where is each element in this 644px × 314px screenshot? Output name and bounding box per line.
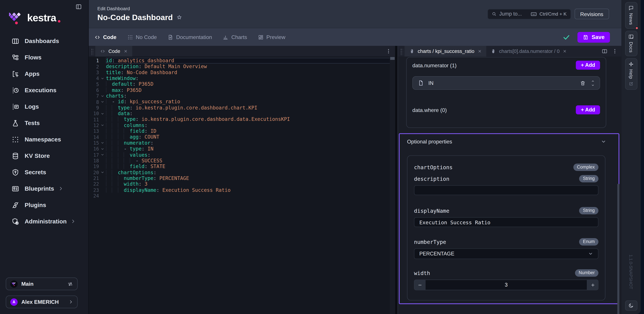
editor-scrollbar-thumb[interactable] bbox=[390, 57, 395, 60]
tab-label: Documentation bbox=[176, 34, 212, 40]
split-panel-icon[interactable] bbox=[602, 48, 608, 54]
increment-button[interactable] bbox=[587, 280, 598, 290]
version-label: 1.1.0-SNAPSHOT bbox=[628, 255, 634, 289]
code-line: 24 bbox=[89, 193, 395, 199]
description-input[interactable] bbox=[414, 185, 598, 195]
fold-chevron-icon[interactable] bbox=[99, 100, 106, 104]
sidebar-item-label: Flows bbox=[25, 54, 42, 61]
move-down-icon[interactable] bbox=[591, 83, 595, 87]
fold-chevron-icon[interactable] bbox=[99, 124, 106, 127]
close-icon[interactable] bbox=[478, 49, 482, 53]
sidebar-item-label: Plugins bbox=[25, 202, 46, 208]
panel-menu-kebab-icon[interactable] bbox=[612, 48, 618, 54]
editor-scrollbar-track[interactable] bbox=[390, 57, 395, 314]
editor-tab-code[interactable]: Code bbox=[96, 46, 132, 57]
width-stepper: 3 bbox=[414, 280, 598, 290]
search-input[interactable]: Jump to... Ctrl/Cmd + K bbox=[487, 9, 571, 19]
executions-icon bbox=[12, 86, 20, 94]
fold-chevron-icon[interactable] bbox=[99, 153, 106, 157]
panel-tab-0[interactable]: charts / kpi_success_ratio bbox=[405, 46, 486, 57]
tenant-label: Main bbox=[21, 281, 67, 287]
sidebar-item-kv-store[interactable]: KV Store bbox=[0, 148, 88, 164]
swap-icon bbox=[68, 281, 73, 287]
rail-button-news[interactable]: News bbox=[625, 2, 637, 28]
sidebar-item-flows[interactable]: Flows bbox=[0, 49, 88, 66]
tenant-avatar bbox=[10, 280, 18, 288]
editor-menu-kebab-icon[interactable] bbox=[386, 48, 392, 54]
sidebar-item-executions[interactable]: Executions bbox=[0, 82, 88, 98]
help-icon bbox=[628, 61, 634, 67]
tab-charts[interactable]: Charts bbox=[223, 34, 247, 40]
favorite-star-icon[interactable] bbox=[176, 14, 182, 20]
yaml-code-editor[interactable]: 1id: analytics_dashboard2description: De… bbox=[89, 57, 395, 314]
numerator-label: data.numerator (1) bbox=[412, 62, 457, 68]
external-link-icon bbox=[629, 82, 633, 86]
delete-trash-icon[interactable] bbox=[580, 80, 586, 86]
mouse-icon bbox=[410, 49, 414, 54]
sidebar-item-apps[interactable]: Apps bbox=[0, 66, 88, 82]
sidebar-item-namespaces[interactable]: Namespaces bbox=[0, 131, 88, 148]
optional-properties-card: chartOptionsComplexdescriptionStringdisp… bbox=[407, 155, 606, 301]
sidebar-item-plugins[interactable]: Plugins bbox=[0, 197, 88, 213]
sidebar-item-secrets[interactable]: Secrets bbox=[0, 164, 88, 180]
panel-divider[interactable] bbox=[395, 46, 398, 314]
sidebar-item-administration[interactable]: Administration bbox=[0, 213, 88, 229]
editor-drag-handle[interactable] bbox=[89, 46, 96, 57]
stepper-value[interactable]: 3 bbox=[425, 280, 587, 290]
sidebar-item-logs[interactable]: Logs bbox=[0, 98, 88, 115]
save-button[interactable]: Save bbox=[578, 32, 610, 42]
sidebar: kestra DashboardsFlowsAppsExecutionsLogs… bbox=[0, 0, 89, 314]
numerator-add-button[interactable]: + Add bbox=[576, 61, 600, 70]
sidebar-nav: DashboardsFlowsAppsExecutionsLogsTestsNa… bbox=[0, 33, 88, 314]
sidebar-item-blueprints[interactable]: Blueprints bbox=[0, 180, 88, 197]
field-name: chartOptions bbox=[414, 164, 453, 170]
theme-toggle-button[interactable] bbox=[625, 301, 637, 311]
type-badge: Complex bbox=[573, 164, 598, 171]
rail-label: Help bbox=[628, 69, 634, 79]
panel-tab-1[interactable]: charts[0].data.numerator / 0 bbox=[486, 46, 572, 57]
displayname-input[interactable]: Execution Success Ratio bbox=[414, 217, 598, 227]
code-line: 9type: io.kestra.plugin.core.dashboard.c… bbox=[89, 105, 395, 111]
decrement-button[interactable] bbox=[414, 280, 425, 290]
numbertype-select[interactable]: PERCENTAGE bbox=[414, 248, 598, 259]
tests-icon bbox=[12, 119, 20, 127]
optional-properties-header[interactable]: Optional properties bbox=[400, 134, 618, 145]
plugins-icon bbox=[12, 201, 20, 209]
documentation-icon bbox=[168, 34, 173, 40]
tab-label: Charts bbox=[231, 34, 247, 40]
revisions-button[interactable]: Revisions bbox=[574, 8, 609, 19]
tab-preview[interactable]: Preview bbox=[258, 34, 286, 40]
panel-scrollbar-thumb[interactable] bbox=[617, 184, 619, 314]
move-up-icon[interactable] bbox=[591, 79, 595, 83]
rail-button-help[interactable]: Help bbox=[625, 58, 637, 90]
tab-no-code[interactable]: No Code bbox=[127, 34, 157, 40]
tab-documentation[interactable]: Documentation bbox=[168, 34, 212, 40]
fold-chevron-icon[interactable] bbox=[99, 94, 106, 98]
sidebar-collapse-icon[interactable] bbox=[76, 4, 82, 10]
code-line: 20chartOptions: bbox=[89, 169, 395, 175]
rail-button-docs[interactable]: Docs bbox=[625, 31, 637, 56]
code-icon bbox=[94, 34, 100, 40]
panel-drag-handle[interactable] bbox=[398, 46, 405, 57]
code-line: 5default: P365D bbox=[89, 81, 395, 87]
kestra-logo[interactable]: kestra bbox=[0, 0, 88, 25]
fold-chevron-icon[interactable] bbox=[99, 76, 106, 80]
fold-chevron-icon[interactable] bbox=[99, 147, 106, 151]
fold-chevron-icon[interactable] bbox=[99, 141, 106, 145]
fold-chevron-icon[interactable] bbox=[99, 170, 106, 174]
tenant-switcher[interactable]: Main bbox=[6, 278, 78, 290]
tab-code[interactable]: Code bbox=[94, 34, 116, 40]
fold-chevron-icon[interactable] bbox=[99, 112, 106, 116]
numerator-item-in[interactable]: IN bbox=[412, 76, 600, 90]
close-icon[interactable] bbox=[563, 49, 567, 53]
kv-store-icon bbox=[12, 152, 20, 160]
where-add-button[interactable]: + Add bbox=[576, 105, 600, 114]
code-line: 12columns: bbox=[89, 123, 395, 128]
rail-label: News bbox=[628, 13, 634, 25]
nocode-icon bbox=[127, 34, 133, 40]
user-menu[interactable]: A Alex EMERICH bbox=[6, 296, 78, 308]
chevron-right-icon bbox=[71, 219, 76, 224]
close-icon[interactable] bbox=[124, 49, 128, 53]
sidebar-item-tests[interactable]: Tests bbox=[0, 115, 88, 131]
sidebar-item-dashboards[interactable]: Dashboards bbox=[0, 33, 88, 49]
